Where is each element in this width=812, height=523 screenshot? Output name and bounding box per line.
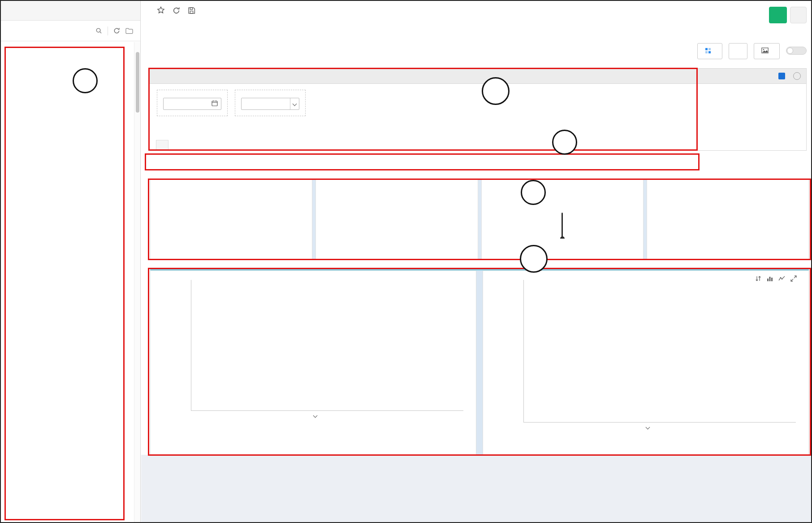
- user-filters-body: [150, 84, 806, 122]
- annotation-circle-5: [73, 68, 98, 93]
- user-filters-header[interactable]: [150, 69, 806, 84]
- y-axis-title: [159, 280, 166, 411]
- chart-plot-area: [191, 280, 463, 411]
- widget-button[interactable]: [697, 43, 722, 59]
- new-folder-icon[interactable]: [125, 28, 133, 34]
- divider: [108, 26, 108, 35]
- annotation-circle-4: [520, 245, 548, 273]
- show-grid-toggle[interactable]: [786, 47, 807, 55]
- sidebar-header: [1, 1, 140, 21]
- plot: [523, 280, 796, 423]
- dashboard-header: [149, 6, 203, 14]
- add-user-filters-link[interactable]: [156, 140, 168, 150]
- text-button[interactable]: [729, 43, 747, 59]
- auto-add-checkbox[interactable]: [778, 73, 785, 79]
- view-mode-button[interactable]: [769, 7, 787, 23]
- region-filter: [235, 90, 306, 116]
- search-input[interactable]: [8, 27, 90, 35]
- refresh-icon[interactable]: [173, 7, 180, 14]
- chevron-down-icon: [645, 425, 650, 430]
- kpi-card-total-cost-2021[interactable]: [150, 179, 312, 260]
- charts-row: [150, 269, 809, 455]
- chevron-down-icon: [293, 102, 297, 106]
- y-axis-title: [491, 280, 498, 423]
- app-window: [0, 0, 812, 523]
- save-icon[interactable]: [188, 7, 195, 14]
- widget-grid-icon: [705, 48, 711, 55]
- tab-toolbar: [149, 42, 807, 60]
- insert-tools: [697, 43, 807, 59]
- x-axis-title[interactable]: [489, 427, 802, 429]
- chevron-down-icon: [313, 414, 317, 418]
- section-title-bar: [147, 154, 808, 170]
- kpi-card-gauge-grocery[interactable]: [481, 179, 644, 260]
- annotation-circle-1: [552, 130, 577, 155]
- image-button[interactable]: [754, 43, 780, 59]
- favorite-star-icon[interactable]: [157, 6, 165, 14]
- x-axis-title[interactable]: [157, 416, 470, 417]
- date-filter: [157, 90, 228, 116]
- chart-panel-region-cost-across-years[interactable]: [150, 270, 476, 455]
- gauge-pivot: [560, 236, 565, 239]
- help-icon[interactable]: [793, 72, 801, 80]
- refresh-icon[interactable]: [113, 27, 120, 34]
- toggle-knob: [787, 48, 793, 54]
- main-area: [141, 1, 811, 522]
- empty-canvas-area: [141, 455, 811, 522]
- sidebar: [1, 1, 141, 522]
- plot: [191, 280, 463, 411]
- annotation-circle-3: [521, 180, 546, 205]
- chart-plot-area: [523, 280, 796, 423]
- show-grid-control: [786, 47, 807, 56]
- dropdown-button[interactable]: [290, 98, 299, 109]
- region-filter-select[interactable]: [241, 98, 299, 110]
- view-tree: [1, 42, 134, 522]
- gauge-needle: [561, 213, 563, 239]
- date-filter-select[interactable]: [163, 98, 221, 110]
- auto-add-filters: [778, 72, 801, 80]
- search-icon[interactable]: [95, 27, 102, 34]
- kpi-card-region-east[interactable]: [647, 179, 809, 260]
- calendar-icon[interactable]: [212, 100, 218, 108]
- user-filters-panel: [149, 68, 807, 151]
- annotation-circle-2: [482, 77, 510, 105]
- kpi-row: [150, 179, 809, 260]
- chart-panel-product-category-cost[interactable]: [483, 270, 809, 455]
- image-icon: [761, 48, 769, 55]
- gauge-chart: [524, 200, 600, 239]
- sidebar-search-row: [1, 21, 140, 41]
- settings-gear-icon[interactable]: [790, 7, 807, 23]
- scrollbar-thumb[interactable]: [136, 52, 139, 113]
- kpi-card-total-cost[interactable]: [315, 179, 478, 260]
- sidebar-scrollbar[interactable]: [134, 42, 140, 522]
